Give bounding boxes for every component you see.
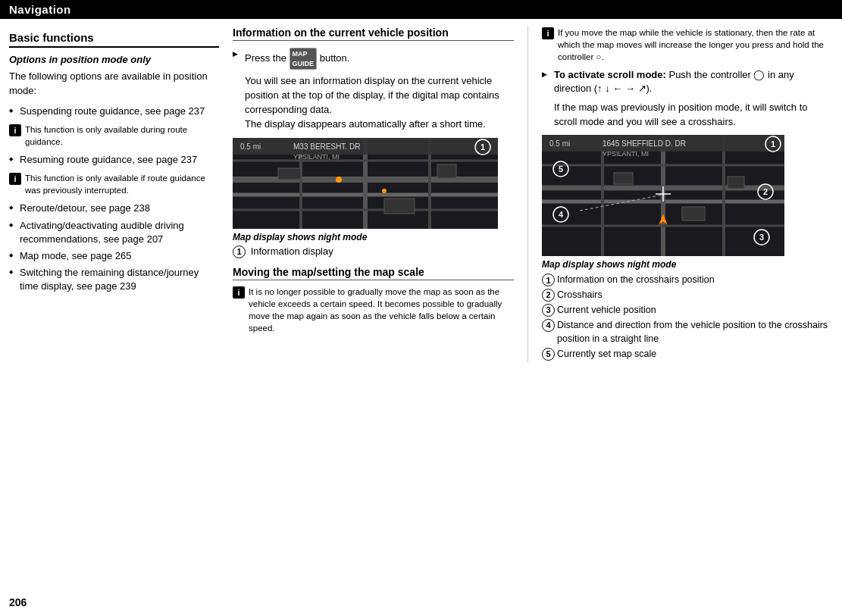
info-text-2: This function is only available if route…: [25, 172, 219, 196]
svg-text:3: 3: [759, 233, 764, 242]
scroll-mode-list: To activate scroll mode: Push the contro…: [542, 67, 833, 97]
step-list: Press the MAPGUIDE button.: [233, 46, 514, 71]
left-column: Basic functions Options in position mode…: [9, 27, 233, 362]
map-guide-button-icon: MAPGUIDE: [290, 48, 318, 70]
svg-text:0.5 mi: 0.5 mi: [549, 139, 570, 148]
svg-text:1645 SHEFFIELD D. DR: 1645 SHEFFIELD D. DR: [603, 139, 686, 148]
map-caption-1: Map display shows night mode: [233, 232, 514, 242]
svg-text:1: 1: [480, 142, 485, 152]
right-info-box-1: i If you move the map while the vehicle …: [542, 27, 833, 63]
badge-4: 4: [542, 319, 555, 332]
moving-map-heading: Moving the map/setting the map scale: [233, 266, 514, 280]
info-icon-1: i: [9, 124, 21, 136]
svg-text:2: 2: [763, 187, 768, 196]
svg-rect-16: [278, 168, 301, 180]
numbered-item-2: 2 Crosshairs: [542, 288, 833, 302]
options-intro: The following options are available in p…: [9, 70, 219, 98]
numbered-items-list: 1 Information on the crosshairs position…: [542, 273, 833, 361]
options-subheading: Options in position mode only: [9, 54, 219, 65]
options-list: Suspending route guidance, see page 237: [9, 103, 219, 120]
scroll-mode-text: To activate scroll mode: Push the contro…: [554, 69, 794, 94]
svg-text:YPSILANTI, MI: YPSILANTI, MI: [293, 153, 340, 161]
numbered-item-4: 4 Distance and direction from the vehicl…: [542, 318, 833, 347]
badge-3: 3: [542, 304, 555, 317]
badge-5: 5: [542, 348, 555, 361]
list-item: Map mode, see page 265: [9, 248, 219, 264]
nav-title: Navigation: [9, 3, 71, 16]
numbered-item-3: 3 Current vehicle position: [542, 303, 833, 317]
map-svg-1: 0.5 mi M33 BERESHT. DR YPSILANTI, MI 1: [233, 138, 498, 229]
info-icon-4: i: [542, 27, 554, 39]
info-icon-3: i: [233, 286, 245, 299]
list-item: Suspending route guidance, see page 237: [9, 103, 219, 120]
middle-column: Information on the current vehicle posit…: [233, 27, 528, 362]
svg-rect-8: [233, 138, 498, 155]
info-text-1: This function is only available during r…: [25, 124, 219, 148]
page-container: Navigation Basic functions Options in po…: [0, 0, 842, 616]
vehicle-position-para: You will see an information display on t…: [245, 74, 514, 131]
scroll-mode-item: To activate scroll mode: Push the contro…: [542, 67, 833, 97]
map-caption-2: Map display shows night mode: [542, 259, 833, 270]
options-list-3: Reroute/detour, see page 238 Activating/…: [9, 200, 219, 295]
moving-map-info: i It is no longer possible to gradually …: [233, 286, 514, 334]
annotation-badge-1: 1: [233, 245, 246, 258]
step-1: Press the MAPGUIDE button.: [233, 46, 514, 71]
step-1-text: Press the MAPGUIDE button.: [245, 52, 349, 64]
info-box-2: i This function is only available if rou…: [9, 172, 219, 196]
svg-rect-47: [728, 177, 744, 189]
list-item: Resuming route guidance, see page 237: [9, 152, 219, 168]
svg-text:0.5 mi: 0.5 mi: [240, 142, 261, 151]
svg-rect-18: [437, 164, 456, 178]
options-list-2: Resuming route guidance, see page 237: [9, 152, 219, 168]
map-annotation-1: 1 Information display: [233, 245, 514, 258]
list-item: Activating/deactivating audible driving …: [9, 217, 219, 248]
svg-text:M33 BERESHT. DR: M33 BERESHT. DR: [293, 142, 360, 151]
content-area: Basic functions Options in position mode…: [0, 19, 842, 362]
numbered-item-5: 5 Currently set map scale: [542, 347, 833, 361]
vehicle-position-heading: Information on the current vehicle posit…: [233, 27, 514, 41]
svg-point-14: [336, 177, 342, 183]
basic-functions-heading: Basic functions: [9, 31, 219, 48]
page-number: 206: [9, 596, 27, 608]
svg-text:4: 4: [559, 210, 564, 219]
right-column: i If you move the map while the vehicle …: [528, 27, 833, 362]
badge-1: 1: [542, 274, 555, 286]
info-text-3: It is no longer possible to gradually mo…: [249, 286, 514, 334]
list-item: Reroute/detour, see page 238: [9, 200, 219, 217]
info-box-1: i This function is only available during…: [9, 124, 219, 148]
badge-2: 2: [542, 289, 555, 302]
svg-rect-46: [682, 207, 705, 220]
svg-rect-45: [614, 173, 633, 184]
map-svg-2: 0.5 mi 1645 SHEFFIELD D. DR YPSILANTI, M…: [542, 135, 784, 256]
svg-text:YPSILANTI, MI: YPSILANTI, MI: [603, 150, 649, 158]
svg-text:1: 1: [771, 139, 775, 149]
svg-point-15: [382, 189, 387, 193]
nav-header: Navigation: [0, 0, 842, 19]
list-item: Switching the remaining distance/journey…: [9, 264, 219, 295]
info-text-4: If you move the map while the vehicle is…: [558, 27, 833, 63]
svg-rect-17: [384, 199, 415, 214]
numbered-item-1: 1 Information on the crosshairs position: [542, 273, 833, 287]
scroll-mode-detail: If the map was previously in position mo…: [554, 101, 833, 130]
map-image-2: 0.5 mi 1645 SHEFFIELD D. DR YPSILANTI, M…: [542, 135, 784, 256]
svg-text:5: 5: [559, 164, 563, 174]
info-icon-2: i: [9, 173, 21, 185]
map-image-1: 0.5 mi M33 BERESHT. DR YPSILANTI, MI 1: [233, 138, 498, 229]
